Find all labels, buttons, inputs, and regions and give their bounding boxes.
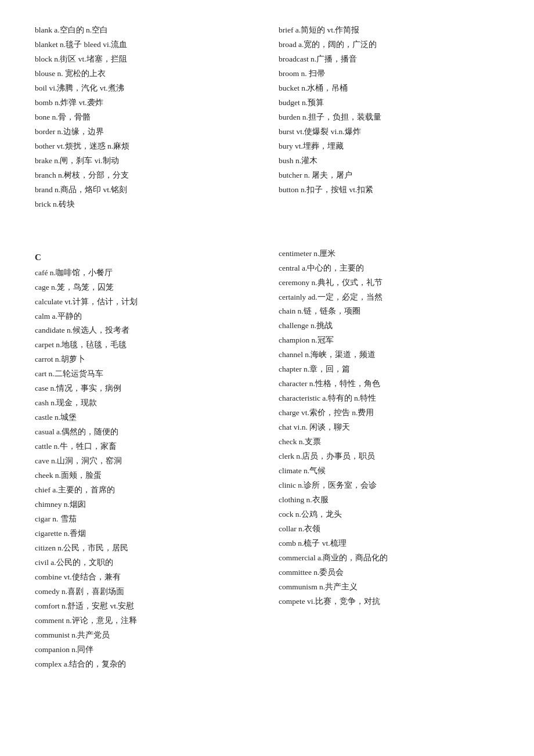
list-item: boil vi.沸腾，汽化 vt.煮沸 [35,81,255,96]
list-item: calculate vt.计算，估计，计划 [35,295,255,309]
left-column-b: blank a.空白的 n.空白blanket n.毯子 bleed vi.流血… [35,23,255,212]
list-item: bomb n.炸弹 vt.袭炸 [35,96,255,110]
list-item: comfort n.舒适，安慰 vt.安慰 [35,599,255,614]
list-item: casual a.偶然的，随便的 [35,425,255,440]
list-item: centimeter n.厘米 [279,247,499,261]
list-item: branch n.树枝，分部，分支 [35,168,255,183]
list-item: comedy n.喜剧，喜剧场面 [35,585,255,599]
list-item: communism n.共产主义 [279,580,499,595]
list-item: committee n.委员会 [279,566,499,580]
list-item: ceremony n.典礼，仪式，礼节 [279,276,499,290]
list-item: carpet n.地毯，毡毯，毛毯 [35,338,255,352]
list-item: cock n.公鸡，龙头 [279,507,499,522]
list-item: climate n.气候 [279,464,499,478]
list-item: clinic n.诊所，医务室，会诊 [279,478,499,493]
list-item: combine vt.使结合，兼有 [35,570,255,585]
list-item: challenge n.挑战 [279,319,499,333]
list-item: blank a.空白的 n.空白 [35,23,255,38]
section-letter-c: C [35,253,255,262]
list-item: champion n.冠军 [279,333,499,348]
list-item: broad a.宽的，阔的，广泛的 [279,38,499,52]
list-item: calm a.平静的 [35,309,255,324]
list-item: brief a.简短的 vt.作简报 [279,23,499,38]
list-item: cheek n.面颊，脸蛋 [35,469,255,483]
list-item: cattle n.牛，牲口，家畜 [35,440,255,454]
list-item: collar n.衣领 [279,522,499,537]
list-item: border n.边缘，边界 [35,125,255,139]
list-item: block n.街区 vt.堵塞，拦阻 [35,52,255,67]
right-column-b: brief a.简短的 vt.作简报broad a.宽的，阔的，广泛的broad… [279,23,499,212]
list-item: check n.支票 [279,435,499,449]
list-item: cart n.二轮运货马车 [35,367,255,381]
list-item: candidate n.候选人，投考者 [35,323,255,338]
list-item: characteristic a.特有的 n.特性 [279,391,499,406]
list-item: carrot n.胡萝卜 [35,352,255,367]
list-item: bother vt.烦扰，迷惑 n.麻烦 [35,139,255,154]
list-item: chief a.主要的，首席的 [35,483,255,498]
list-item: chain n.链，链条，项圈 [279,304,499,319]
list-item: bone n.骨，骨骼 [35,110,255,125]
list-item: clothing n.衣服 [279,493,499,507]
list-item: budget n.预算 [279,96,499,110]
list-item: cage n.笼，鸟笼，囚笼 [35,280,255,295]
list-item: certainly ad.一定，必定，当然 [279,290,499,305]
list-item: complex a.结合的，复杂的 [35,657,255,672]
list-item: commercial a.商业的，商品化的 [279,551,499,566]
list-item: channel n.海峡，渠道，频道 [279,348,499,362]
list-item: character n.性格，特性，角色 [279,377,499,391]
list-item: civil a.公民的，文职的 [35,556,255,570]
list-item: blanket n.毯子 bleed vi.流血 [35,38,255,52]
list-item: café n.咖啡馆，小餐厅 [35,266,255,280]
page-content: blank a.空白的 n.空白blanket n.毯子 bleed vi.流血… [35,23,499,672]
list-item: cash n.现金，现款 [35,396,255,411]
list-item: chapter n.章，回，篇 [279,362,499,377]
list-item: blouse n. 宽松的上衣 [35,67,255,81]
list-item: central a.中心的，主要的 [279,261,499,276]
list-item: cave n.山洞，洞穴，窑洞 [35,454,255,469]
list-item: chat vi.n. 闲谈，聊天 [279,420,499,435]
list-item: citizen n.公民，市民，居民 [35,541,255,556]
list-item: companion n.同伴 [35,643,255,657]
list-item: chimney n.烟囱 [35,498,255,512]
list-item: communist n.共产党员 [35,628,255,643]
list-item: burden n.担子，负担，装载量 [279,110,499,125]
list-item: bury vt.埋葬，埋藏 [279,139,499,154]
list-item: brick n.砖块 [35,197,255,212]
list-item: charge vt.索价，控告 n.费用 [279,406,499,420]
list-item: comb n.梳子 vt.梳理 [279,537,499,551]
list-item: bush n.灌木 [279,154,499,168]
list-item: broom n. 扫帚 [279,67,499,81]
list-item: burst vt.使爆裂 vi.n.爆炸 [279,125,499,139]
list-item: cigarette n.香烟 [35,527,255,541]
list-item: case n.情况，事实，病例 [35,381,255,396]
list-item: brand n.商品，烙印 vt.铭刻 [35,183,255,197]
list-item: castle n.城堡 [35,411,255,425]
list-item: bucket n.水桶，吊桶 [279,81,499,96]
list-item: clerk n.店员，办事员，职员 [279,449,499,464]
list-item: brake n.闸，刹车 vi.制动 [35,154,255,168]
list-item: button n.扣子，按钮 vt.扣紧 [279,183,499,197]
list-item: broadcast n.广播，播音 [279,52,499,67]
list-item: butcher n. 屠夫，屠户 [279,168,499,183]
list-item: comment n.评论，意见，注释 [35,614,255,628]
list-item: cigar n. 雪茄 [35,512,255,527]
list-item: compete vi.比赛，竞争，对抗 [279,595,499,609]
